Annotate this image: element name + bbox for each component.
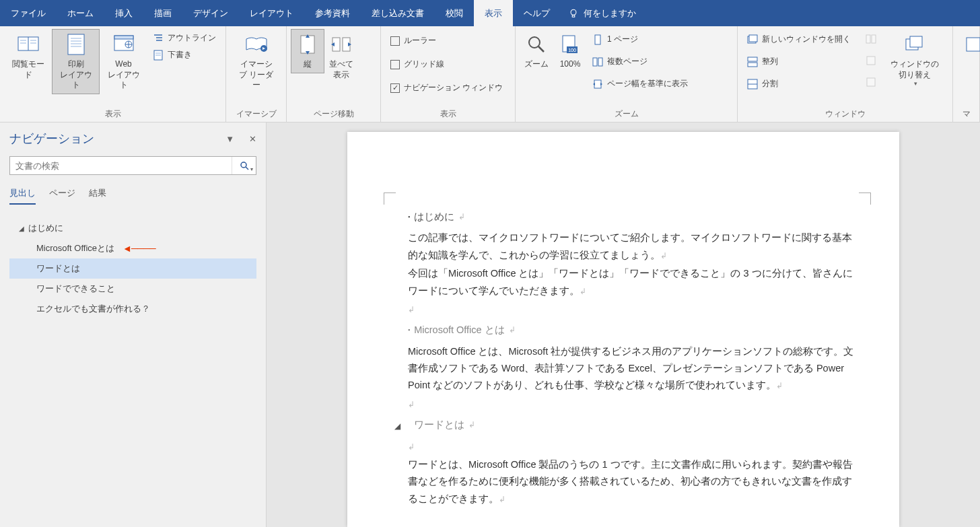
bullet-icon: ▪ — [408, 420, 410, 431]
outline-item-office[interactable]: Microsoft Officeとは◄──── — [9, 238, 256, 258]
page-width-button[interactable]: ページ幅を基準に表示 — [590, 76, 691, 92]
outline-item-intro[interactable]: ◢はじめに — [9, 218, 256, 238]
arrange-label: 整列 — [762, 56, 778, 67]
menu-draw[interactable]: 描画 — [143, 0, 182, 26]
view-side-disabled — [863, 32, 879, 46]
reset-icon — [866, 77, 876, 87]
paragraph[interactable]: ワードとは、Microsoft Office 製品のうちの 1 つです。主に文書… — [408, 456, 859, 507]
ribbon-group-macros: マ — [953, 26, 980, 122]
web-layout-button[interactable]: Web レイアウト — [100, 29, 147, 94]
heading-word[interactable]: ◢▪ワードとは↲ — [408, 417, 859, 433]
menu-insert[interactable]: 挿入 — [104, 0, 143, 26]
heading-intro[interactable]: ▪はじめに↲ — [408, 209, 859, 225]
empty-paragraph[interactable]: ↲ — [408, 396, 859, 413]
document-page[interactable]: ▪はじめに↲ この記事では、マイクロソフトワードについてご紹介します。マイクロソ… — [347, 132, 899, 527]
vertical-scroll-icon — [295, 32, 320, 57]
side-by-side-button[interactable]: 並べて 表示 — [324, 29, 358, 83]
ribbon-group-zoom: ズーム 100 100% 1 ページ 複数ページ ページ幅を基準に表示 ズーム — [516, 26, 738, 122]
split-button[interactable]: 分割 — [744, 76, 853, 92]
menu-layout[interactable]: レイアウト — [239, 0, 304, 26]
outline-item-excel[interactable]: エクセルでも文書が作れる？ — [9, 299, 256, 319]
print-layout-button[interactable]: 印刷 レイアウト — [52, 29, 100, 94]
switch-windows-icon — [903, 32, 927, 57]
menu-review[interactable]: 校閲 — [435, 0, 474, 26]
lightbulb-icon — [569, 9, 578, 18]
heading-office[interactable]: ▪Microsoft Office とは↲ — [408, 322, 859, 339]
return-mark: ↲ — [408, 305, 415, 314]
nav-tab-pages[interactable]: ページ — [49, 187, 75, 205]
menu-home[interactable]: ホーム — [57, 0, 104, 26]
tell-me-box[interactable]: 何をしますか — [569, 0, 636, 26]
switch-windows-button[interactable]: ウィンドウの 切り替え▾ — [886, 29, 944, 90]
read-mode-button[interactable]: 閲覧モード — [4, 29, 52, 83]
empty-paragraph[interactable]: ↲ — [408, 438, 859, 455]
tell-me-label: 何をしますか — [584, 7, 636, 20]
return-mark: ↲ — [660, 251, 667, 260]
new-window-button[interactable]: 新しいウィンドウを開く — [744, 32, 853, 47]
arrange-all-button[interactable]: 整列 — [744, 54, 853, 69]
heading-text: Microsoft Office とは — [414, 322, 504, 339]
paragraph[interactable]: Microsoft Office とは、Microsoft 社が提供するビジネス… — [408, 343, 859, 394]
nav-search-box[interactable] — [9, 156, 256, 175]
collapse-icon: ◢ — [19, 225, 26, 232]
draft-view-button[interactable]: 下書き — [150, 47, 219, 63]
nav-close-icon[interactable]: ✕ — [249, 134, 256, 144]
outline-label: はじめに — [28, 222, 63, 234]
nav-tab-results[interactable]: 結果 — [89, 187, 106, 205]
new-window-label: 新しいウィンドウを開く — [762, 34, 851, 45]
vertical-scroll-button[interactable]: 縦 — [291, 29, 324, 73]
multi-page-label: 複数ページ — [607, 56, 648, 67]
zoom-label: ズーム — [524, 59, 549, 70]
vertical-scroll-label: 縦 — [304, 59, 312, 70]
outline-item-word-can[interactable]: ワードでできること — [9, 279, 256, 299]
immersive-reader-button[interactable]: イマーシ ブ リーダー — [230, 29, 282, 94]
nav-pane-title: ナビゲーション — [9, 131, 94, 147]
nav-pane-checkbox[interactable]: ナビゲーション ウィンドウ — [388, 80, 505, 96]
svg-rect-38 — [749, 35, 757, 42]
one-page-button[interactable]: 1 ページ — [590, 32, 691, 47]
svg-rect-35 — [598, 58, 602, 66]
svg-rect-33 — [595, 35, 600, 44]
paragraph[interactable]: 今回は「Microsoft Office とは」「ワードとは」「ワードでできるこ… — [408, 265, 859, 300]
svg-rect-49 — [967, 38, 980, 51]
heading-text: はじめに — [414, 209, 454, 225]
empty-paragraph[interactable]: ↲ — [408, 301, 859, 318]
ruler-label: ルーラー — [404, 35, 436, 46]
checkbox-checked-icon — [390, 83, 400, 93]
web-layout-label: Web レイアウト — [104, 59, 143, 91]
search-input[interactable] — [10, 157, 232, 174]
menu-mailings[interactable]: 差し込み文書 — [361, 0, 435, 26]
paragraph[interactable]: この記事では、マイクロソフトワードについてご紹介します。マイクロソフトワードに関… — [408, 230, 859, 264]
nav-dropdown-icon[interactable]: ▼ — [225, 134, 234, 144]
svg-point-50 — [241, 162, 246, 168]
zoom-button[interactable]: ズーム — [520, 29, 553, 73]
menu-references[interactable]: 参考資料 — [304, 0, 361, 26]
outline-label: Microsoft Officeとは — [36, 242, 114, 254]
page-width-label: ページ幅を基準に表示 — [607, 78, 688, 90]
menu-view[interactable]: 表示 — [474, 0, 513, 26]
zoom-100-button[interactable]: 100 100% — [553, 29, 587, 73]
document-content[interactable]: ▪はじめに↲ この記事では、マイクロソフトワードについてご紹介します。マイクロソ… — [408, 209, 859, 507]
search-button[interactable] — [232, 157, 256, 174]
document-view[interactable]: ▪はじめに↲ この記事では、マイクロソフトワードについてご紹介します。マイクロソ… — [267, 122, 980, 527]
menu-design[interactable]: デザイン — [182, 0, 239, 26]
split-icon — [747, 79, 758, 90]
margin-corner-tr — [859, 192, 871, 205]
multi-page-icon — [592, 57, 603, 67]
nav-tab-headings[interactable]: 見出し — [9, 187, 36, 205]
svg-rect-44 — [872, 35, 876, 43]
bullet-icon: ▪ — [408, 325, 410, 336]
immersive-reader-icon — [244, 32, 269, 57]
multi-page-button[interactable]: 複数ページ — [590, 54, 691, 69]
outline-item-word[interactable]: ワードとは — [9, 258, 256, 279]
menu-help[interactable]: ヘルプ — [513, 0, 561, 26]
return-mark: ↲ — [408, 442, 415, 452]
body-area: ナビゲーション ▼ ✕ 見出し ページ 結果 ◢はじめに Microsoft O… — [0, 122, 980, 527]
ruler-checkbox[interactable]: ルーラー — [388, 33, 505, 48]
macros-button[interactable] — [957, 29, 980, 63]
menu-file[interactable]: ファイル — [0, 0, 57, 26]
gridlines-checkbox[interactable]: グリッド線 — [388, 57, 505, 72]
side-by-side-label: 並べて 表示 — [329, 59, 353, 80]
outline-view-button[interactable]: アウトライン — [150, 30, 219, 46]
zoom-100-label: 100% — [560, 59, 581, 70]
